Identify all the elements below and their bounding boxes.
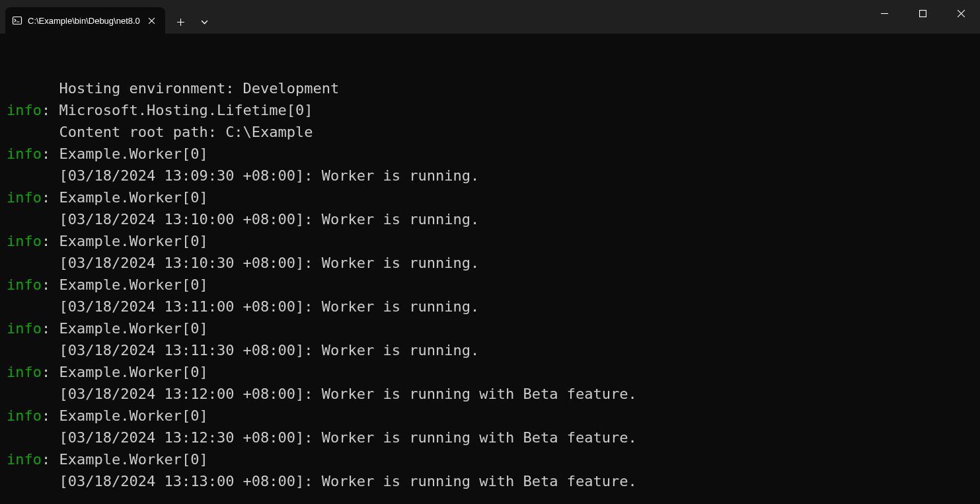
log-level: info — [7, 320, 42, 337]
log-source: : Microsoft.Hosting.Lifetime[0] — [42, 102, 313, 118]
log-source: : Example.Worker[0] — [42, 276, 208, 293]
log-source: : Example.Worker[0] — [42, 364, 208, 380]
log-source: : Example.Worker[0] — [42, 233, 208, 249]
tab-active[interactable]: C:\Example\bin\Debug\net8.0 — [5, 7, 165, 34]
log-header-line: info: Example.Worker[0] — [7, 448, 973, 470]
svg-rect-0 — [13, 17, 22, 24]
log-message: Content root path: C:\Example — [7, 121, 973, 143]
log-source: : Example.Worker[0] — [42, 146, 208, 162]
window-controls — [865, 0, 980, 26]
log-header-line: info: Example.Worker[0] — [7, 405, 973, 427]
log-message: [03/18/2024 13:09:30 +08:00]: Worker is … — [7, 165, 973, 187]
log-level: info — [7, 451, 42, 468]
tab-close-button[interactable] — [145, 14, 159, 27]
log-header-line: info: Example.Worker[0] — [7, 361, 973, 383]
log-message: [03/18/2024 13:10:30 +08:00]: Worker is … — [7, 252, 973, 274]
terminal-icon — [12, 15, 22, 26]
log-header-line: info: Example.Worker[0] — [7, 230, 973, 252]
log-level: info — [7, 364, 42, 380]
log-level: info — [7, 146, 42, 162]
log-message: [03/18/2024 13:12:00 +08:00]: Worker is … — [7, 383, 973, 405]
log-line: Hosting environment: Development — [7, 77, 973, 99]
log-message: [03/18/2024 13:11:00 +08:00]: Worker is … — [7, 296, 973, 317]
log-level: info — [7, 407, 42, 424]
minimize-button[interactable] — [865, 0, 903, 26]
log-source: : Example.Worker[0] — [42, 451, 208, 468]
maximize-button[interactable] — [903, 0, 942, 26]
svg-rect-1 — [919, 10, 926, 17]
log-level: info — [7, 233, 42, 249]
log-header-line: info: Example.Worker[0] — [7, 187, 973, 208]
tab-dropdown-button[interactable] — [193, 10, 217, 34]
log-level: info — [7, 189, 42, 206]
log-message: [03/18/2024 13:10:00 +08:00]: Worker is … — [7, 208, 973, 230]
log-message: [03/18/2024 13:12:30 +08:00]: Worker is … — [7, 427, 973, 448]
log-header-line: info: Example.Worker[0] — [7, 143, 973, 165]
new-tab-button[interactable] — [169, 10, 193, 34]
log-header-line: info: Example.Worker[0] — [7, 274, 973, 296]
log-level: info — [7, 102, 42, 118]
terminal-output[interactable]: Hosting environment: Developmentinfo: Mi… — [0, 34, 980, 504]
log-source: : Example.Worker[0] — [42, 320, 208, 337]
log-source: : Example.Worker[0] — [42, 189, 208, 206]
titlebar: C:\Example\bin\Debug\net8.0 — [0, 0, 980, 34]
log-message: [03/18/2024 13:11:30 +08:00]: Worker is … — [7, 339, 973, 361]
close-window-button[interactable] — [942, 0, 980, 26]
log-source: : Example.Worker[0] — [42, 407, 208, 424]
log-message: [03/18/2024 13:13:00 +08:00]: Worker is … — [7, 470, 973, 492]
log-header-line: info: Microsoft.Hosting.Lifetime[0] — [7, 99, 973, 121]
tab-title: C:\Example\bin\Debug\net8.0 — [28, 16, 140, 26]
log-level: info — [7, 276, 42, 293]
log-header-line: info: Example.Worker[0] — [7, 317, 973, 339]
